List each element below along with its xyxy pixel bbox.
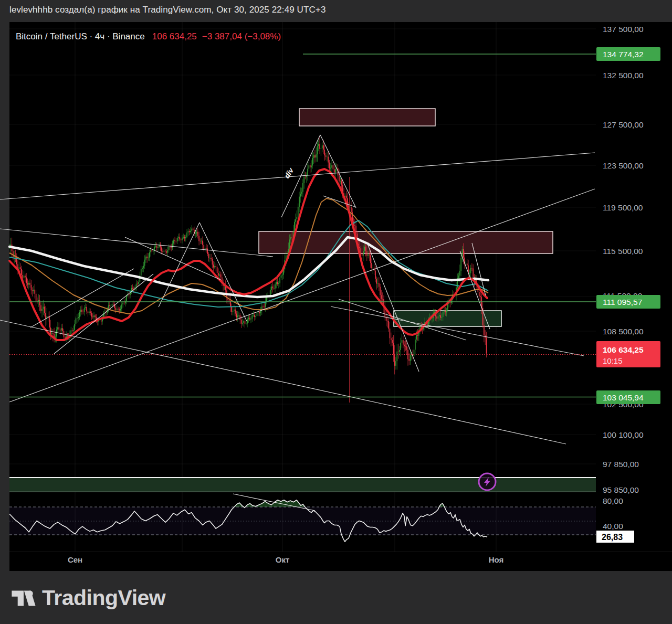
supply-zone[interactable]: [259, 231, 553, 253]
badge-countdown-text: 10:15: [603, 356, 623, 365]
supply-zone[interactable]: [299, 109, 435, 126]
trendline-drawing[interactable]: [9, 189, 595, 402]
rsi-overbought-fill: [9, 500, 487, 507]
chart-canvas[interactable]: divСенОктНоя137 500,00132 500,00127 500,…: [0, 0, 672, 624]
price-tick-label[interactable]: 132 500,00: [603, 71, 644, 80]
tradingview-logo-icon: [12, 587, 36, 609]
price-tick-label[interactable]: 119 500,00: [603, 203, 643, 212]
badge-price-text: 134 774,32: [603, 50, 644, 59]
last-price: 106 634,25: [152, 31, 197, 41]
rsi-value-text: 26,83: [602, 533, 623, 542]
trendline-drawing[interactable]: [323, 196, 355, 207]
time-axis-label[interactable]: Окт: [276, 555, 290, 564]
time-axis-label[interactable]: Ноя: [489, 555, 504, 564]
badge-price-text: 106 634,25: [603, 345, 644, 354]
badge-price-text: 111 095,57: [603, 298, 642, 306]
trendline-drawing[interactable]: [159, 223, 200, 307]
candles: [9, 136, 487, 374]
tradingview-wordmark: TradingView: [42, 586, 165, 610]
price-tick-label[interactable]: 115 500,00: [603, 247, 643, 256]
price-change: −3 387,04 (−3,08%): [202, 31, 281, 41]
symbol-title[interactable]: Bitcoin / TetherUS · 4ч · Binance: [16, 31, 145, 41]
price-tick-label[interactable]: 123 500,00: [603, 161, 644, 170]
price-tick-label[interactable]: 127 500,00: [603, 120, 644, 129]
price-tick-label[interactable]: 97 850,00: [603, 460, 639, 469]
demand-zone[interactable]: [394, 311, 501, 326]
trendline-drawing[interactable]: [0, 320, 566, 444]
symbol-legend[interactable]: Bitcoin / TetherUS · 4ч · Binance106 634…: [16, 31, 281, 43]
price-tick-label[interactable]: 137 500,00: [603, 25, 644, 34]
trendline-drawing[interactable]: [0, 229, 273, 257]
rsi-band: [9, 507, 596, 535]
div-annotation-label[interactable]: div: [282, 166, 296, 180]
support-band-zone[interactable]: [9, 478, 596, 492]
rsi-tick-label[interactable]: 40,00: [603, 522, 623, 531]
rsi-tick-label[interactable]: 80,00: [603, 496, 623, 505]
tradingview-snapshot: levlevhhhb создал(а) график на TradingVi…: [0, 0, 672, 624]
tradingview-brand: TradingView: [12, 586, 165, 610]
trendline-drawing[interactable]: [30, 269, 134, 327]
badge-price-text: 103 045,94: [603, 393, 644, 402]
time-axis-label[interactable]: Сен: [68, 555, 82, 564]
price-tick-label[interactable]: 108 500,00: [603, 327, 644, 336]
price-tick-label[interactable]: 100 100,00: [603, 430, 644, 439]
trendline-drawing[interactable]: [0, 153, 595, 199]
price-tick-label[interactable]: 95 850,00: [603, 485, 639, 494]
